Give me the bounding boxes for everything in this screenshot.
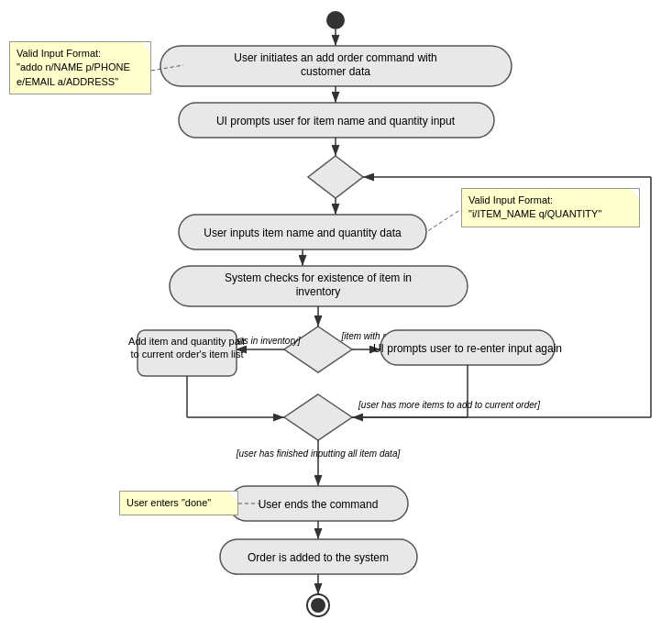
note3-text: User enters "done" (127, 497, 211, 508)
label-action3: User inputs item name and quantity data (204, 227, 402, 239)
label-action4a: System checks for existence of item in (225, 271, 412, 284)
note3: User enters "done" (119, 491, 238, 515)
note1-text: Valid Input Format: "addo n/NAME p/PHONE… (17, 48, 130, 87)
label-action4b: inventory (296, 285, 341, 298)
label-action8: Order is added to the system (248, 551, 389, 564)
note2: Valid Input Format: "i/ITEM_NAME q/QUANT… (461, 188, 640, 227)
note2-connector (426, 211, 458, 232)
node-decision1 (308, 156, 363, 198)
label-action6: UI prompts user to re-enter input again (373, 342, 562, 355)
activity-diagram: User initiates an add order command with… (0, 0, 672, 620)
end-node-fill (311, 598, 325, 613)
label-action2: UI prompts user for item name and quanti… (216, 115, 456, 127)
label-action1: User initiates an add order command with (234, 51, 436, 64)
node-decision3 (284, 394, 352, 440)
guard-more-items: [user has more items to add to current o… (358, 400, 540, 410)
start-node (326, 11, 345, 29)
label-action5a: Add item and quantity pair (128, 336, 246, 347)
label-action7: User ends the command (259, 498, 379, 511)
label-action1b: customer data (301, 65, 370, 78)
note1: Valid Input Format: "addo n/NAME p/PHONE… (9, 41, 151, 94)
label-action5b: to current order's item list (130, 349, 243, 360)
note2-text: Valid Input Format: "i/ITEM_NAME q/QUANT… (468, 194, 601, 219)
